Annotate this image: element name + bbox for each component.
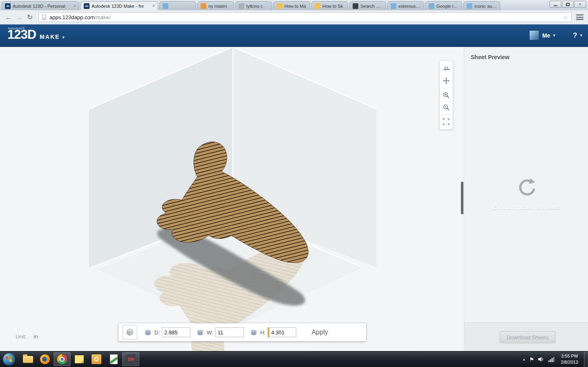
- window-maximize-button[interactable]: [562, 1, 574, 8]
- browser-tab[interactable]: lyttons c: [235, 1, 272, 10]
- zoom-in-icon[interactable]: [440, 89, 452, 101]
- depth-input[interactable]: [162, 327, 190, 337]
- tab-favicon: [467, 3, 472, 9]
- toolbar-divider: [442, 114, 451, 115]
- brand-make: MAKE: [40, 33, 60, 40]
- system-tray: ▲ ⚑ 3:55 PM 2/8/2013: [523, 353, 581, 365]
- tray-expand-icon[interactable]: ▲: [523, 358, 526, 361]
- reload-icon[interactable]: ↻: [25, 14, 35, 21]
- tab-favicon: [163, 3, 168, 9]
- start-button-icon[interactable]: [2, 352, 16, 366]
- action-center-flag-icon[interactable]: ⚑: [530, 356, 534, 363]
- window-minimize-button[interactable]: [550, 1, 561, 8]
- page-icon: [42, 15, 46, 20]
- browser-tab[interactable]: How to Sk: [311, 1, 348, 10]
- browser-tab[interactable]: esterous tra: [387, 1, 424, 10]
- taskbar-outlook-icon[interactable]: O: [88, 352, 105, 366]
- user-menu-label[interactable]: Me: [542, 32, 550, 39]
- sheet-preview-panel: Sheet Preview Click to Update the Sheets…: [464, 47, 588, 351]
- window-close-button[interactable]: ×: [574, 1, 586, 8]
- slices-icon: [250, 329, 258, 336]
- model-cube-button[interactable]: [123, 325, 137, 340]
- height-label: H:: [260, 329, 266, 336]
- panel-title: Sheet Preview: [471, 54, 510, 60]
- user-avatar[interactable]: [529, 30, 539, 40]
- height-input[interactable]: [268, 327, 296, 337]
- tab-title: Google Ima: [436, 4, 459, 9]
- tab-title: How to Sk: [322, 4, 345, 9]
- forward-icon[interactable]: →: [14, 14, 25, 21]
- app-logo[interactable]: Autodesk® 123D MAKE ▾: [7, 27, 65, 43]
- network-icon[interactable]: [548, 356, 554, 363]
- browser-tab-123d-personal[interactable]: 3D Autodesk 123D - Personal ×: [2, 1, 79, 10]
- tab-favicon: [277, 3, 282, 9]
- tab-favicon-123d: 3D: [5, 3, 11, 9]
- user-chevron-icon[interactable]: ▾: [553, 33, 556, 38]
- width-input[interactable]: [215, 327, 244, 337]
- apps-chevron-icon[interactable]: ▾: [62, 35, 65, 40]
- taskbar-solidworks-icon[interactable]: SW: [122, 352, 139, 366]
- 3d-viewport[interactable]: D: W:: [0, 47, 464, 351]
- panel-footer: Download Sheets: [464, 323, 588, 351]
- show-desktop-button[interactable]: [584, 351, 588, 367]
- clock-date: 2/8/2013: [561, 359, 578, 365]
- windows-taskbar: O SW ▲ ⚑ 3:55 PM 2/8/2013: [0, 351, 588, 367]
- url-path: /make/: [95, 14, 111, 20]
- autodesk-wordmark: Autodesk®: [8, 27, 25, 30]
- cube-icon: [125, 327, 135, 337]
- browser-tab[interactable]: How to Ma: [273, 1, 310, 10]
- update-sheets-area[interactable]: Click to Update the Sheets: [464, 178, 588, 211]
- help-chevron-icon[interactable]: ▾: [580, 33, 582, 38]
- taskbar-chrome-icon[interactable]: [54, 352, 71, 366]
- browser-tab-123d-make[interactable]: 3D Autodesk 123D Make - fre ×: [80, 1, 158, 10]
- tab-title: lyttons c: [246, 4, 269, 9]
- browser-tab[interactable]: Google Ima: [425, 1, 462, 10]
- tab-title: ny materi: [208, 4, 231, 9]
- tab-favicon: [315, 3, 320, 9]
- maximize-icon: [566, 3, 570, 6]
- tab-strip: 3D Autodesk 123D - Personal × 3D Autodes…: [2, 0, 501, 10]
- back-icon[interactable]: ←: [3, 14, 14, 21]
- zoom-out-icon[interactable]: [440, 101, 452, 113]
- orbit-tool-icon[interactable]: [440, 62, 452, 75]
- taskbar-firefox-icon[interactable]: [36, 352, 54, 366]
- fit-view-icon[interactable]: [440, 116, 452, 128]
- download-sheets-button[interactable]: Download Sheets: [500, 331, 555, 343]
- browser-tab[interactable]: Search The: [349, 1, 386, 10]
- tab-title: Search The: [360, 4, 383, 9]
- help-button[interactable]: ?: [573, 31, 577, 40]
- address-bar[interactable]: apps.123dapp.com /make/ ☆: [38, 12, 572, 22]
- browser-toolbar: ← → ↻ apps.123dapp.com /make/ ☆: [0, 10, 588, 24]
- tab-close-icon[interactable]: ×: [152, 4, 155, 8]
- tab-title: Autodesk 123D Make - fre: [92, 4, 150, 9]
- refresh-icon: [516, 178, 536, 197]
- taskbar-sticky-notes-icon[interactable]: [71, 352, 88, 366]
- tab-favicon: [201, 3, 206, 9]
- tab-close-icon[interactable]: ×: [74, 4, 76, 8]
- browser-tab[interactable]: [159, 1, 196, 10]
- taskbar-journal-icon[interactable]: [105, 352, 122, 366]
- apply-button[interactable]: Apply: [308, 326, 332, 338]
- taskbar-explorer-icon[interactable]: [19, 352, 36, 366]
- unit-value: in: [34, 334, 38, 340]
- bookmark-star-icon[interactable]: ☆: [563, 14, 568, 20]
- height-group: H:: [250, 327, 296, 337]
- dimension-toolbar: D: W:: [118, 323, 366, 341]
- browser-tab[interactable]: iconic audio: [463, 1, 500, 10]
- screen: 3D Autodesk 123D - Personal × 3D Autodes…: [0, 0, 588, 367]
- viewport-scrollbar-handle[interactable]: [461, 182, 463, 214]
- app-header: Autodesk® 123D MAKE ▾ Me ▾ ? ▾: [0, 24, 588, 47]
- browser-menu-icon[interactable]: [575, 13, 585, 21]
- tab-title: Autodesk 123D - Personal: [13, 4, 71, 9]
- tab-title: How to Ma: [284, 4, 307, 9]
- taskbar-clock[interactable]: 3:55 PM 2/8/2013: [561, 353, 578, 365]
- tab-favicon: [429, 3, 434, 9]
- volume-icon[interactable]: [538, 356, 544, 363]
- update-hint-text: Click to Update the Sheets: [464, 205, 588, 211]
- 3d-scene[interactable]: [0, 47, 464, 351]
- depth-label: D:: [154, 329, 160, 336]
- browser-tab[interactable]: ny materi: [197, 1, 234, 10]
- tab-favicon: [391, 3, 396, 9]
- pan-tool-icon[interactable]: [440, 75, 452, 87]
- width-group: W:: [196, 327, 244, 337]
